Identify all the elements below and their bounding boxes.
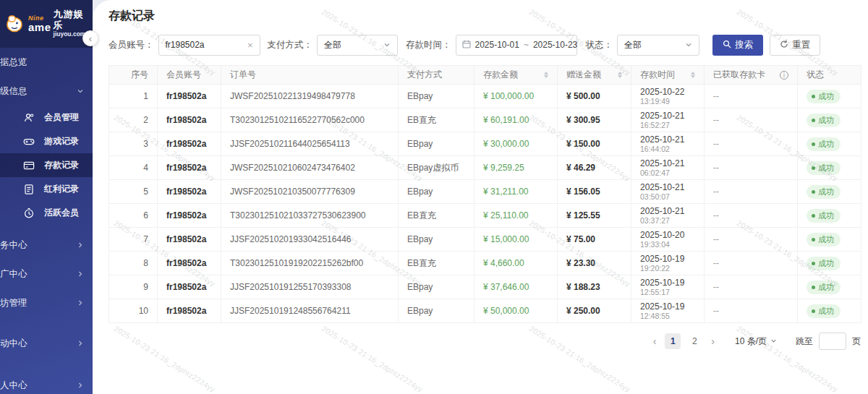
logo-wordmark: Nine ame (28, 15, 51, 33)
cell-payment-method: EB直充 (399, 252, 475, 275)
sidebar-item-label: 人中心 (0, 380, 27, 392)
cell-account: fr198502a (158, 228, 221, 252)
sidebar-item-active-members[interactable]: 活跃会员 (0, 201, 93, 225)
cell-deposit-amount: ¥ 50,000.00 (475, 299, 558, 323)
sidebar-item-label: 坊管理 (0, 297, 27, 309)
deposit-time-filter-label: 存款时间： (406, 39, 451, 51)
date-range-end: 2025-10-23 (533, 40, 577, 50)
cell-bonus-amount: ¥ 150.00 (558, 132, 631, 156)
cell-index: 8 (109, 252, 158, 275)
table-row: 1fr198502aJWSF202510221319498479778EBpay… (109, 85, 861, 108)
sidebar-item-activity-center[interactable]: 动中心 (0, 329, 93, 358)
col-header-time[interactable]: 存款时间 (631, 66, 705, 85)
cell-deposit-card: -- (705, 275, 798, 299)
sidebar-item-finance-center[interactable]: 务中心 (0, 231, 93, 260)
logo-chinese-name: 九游娱乐 (54, 9, 90, 31)
sidebar-item-member-mgmt[interactable]: 会员管理 (0, 106, 93, 129)
search-button[interactable]: 搜索 (712, 35, 763, 56)
chevron-right-icon (77, 299, 84, 307)
cell-deposit-card: -- (705, 204, 798, 228)
reset-button[interactable]: 重置 (770, 35, 820, 56)
cell-account: fr198502a (158, 85, 221, 108)
cell-order-number: JJSF202510191248556764211 (221, 299, 399, 323)
cell-index: 5 (109, 180, 158, 204)
cell-bonus-amount: ¥ 500.00 (558, 85, 631, 108)
status-dot-icon (812, 286, 815, 289)
prev-page-button[interactable]: ‹ (650, 335, 660, 347)
cell-bonus-amount: ¥ 156.05 (558, 180, 631, 204)
status-badge: 成功 (807, 137, 841, 151)
cell-index: 2 (109, 108, 158, 132)
col-header-status: 状态 (798, 66, 861, 85)
chevron-right-icon (77, 340, 84, 347)
page-size-select[interactable]: 10 条/页 (735, 335, 777, 348)
cell-bonus-amount: ¥ 300.95 (558, 108, 631, 132)
account-input[interactable]: fr198502a × (158, 35, 260, 56)
sidebar-item-label: 红利记录 (44, 183, 79, 195)
sidebar-item-personal-center[interactable]: 人中心 (0, 371, 93, 394)
sidebar-item-agent-info[interactable]: 级信息 (0, 77, 93, 106)
cell-index: 7 (109, 228, 158, 252)
cell-payment-method: EBpay (399, 180, 475, 204)
cell-deposit-amount: ¥ 31,211.00 (475, 180, 558, 204)
card-icon (23, 160, 35, 171)
cell-deposit-time: 2025-10-2103:37:27 (631, 204, 705, 228)
sidebar-item-deposit-records[interactable]: 存款记录 (0, 153, 93, 177)
filter-bar: 会员账号： fr198502a × 支付方式： 全部 存款时间： 2025-10… (109, 34, 861, 56)
info-icon[interactable]: i (780, 71, 788, 80)
cell-bonus-amount: ¥ 250.00 (558, 299, 631, 323)
cell-deposit-time: 2025-10-1919:20:22 (631, 252, 705, 275)
cell-payment-method: EBpay (399, 85, 475, 108)
status-badge: 成功 (807, 114, 841, 127)
chevron-right-icon (77, 270, 84, 278)
sidebar-item-label: 游戏记录 (44, 135, 79, 147)
page-button-2[interactable]: 2 (686, 333, 702, 349)
cell-order-number: JWSF202510210602473476402 (221, 156, 399, 180)
payment-filter-label: 支付方式： (268, 39, 313, 51)
sidebar-collapse-button[interactable]: ‹ (82, 30, 98, 46)
sidebar-item-overview[interactable]: 据总览 (0, 48, 93, 77)
cell-bonus-amount: ¥ 23.30 (558, 252, 631, 275)
sidebar-item-promo-center[interactable]: 广中心 (0, 260, 93, 288)
logo[interactable]: Nine ame 九游娱乐 jiuyou.com (0, 0, 93, 48)
payment-method-select[interactable]: 全部 (317, 35, 398, 56)
col-header-order: 订单号 (221, 66, 399, 85)
col-header-bonus[interactable]: 赠送金额 (558, 66, 631, 85)
deposit-records-table: 序号 会员账号 订单号 支付方式 存款金额 赠送金额 (109, 65, 861, 323)
cell-status: 成功 (798, 156, 861, 180)
status-dot-icon (812, 166, 815, 170)
table-header-row: 序号 会员账号 订单号 支付方式 存款金额 赠送金额 (109, 66, 861, 85)
clear-input-icon[interactable]: × (247, 40, 253, 51)
cell-status: 成功 (798, 252, 861, 275)
status-dot-icon (812, 119, 815, 122)
table-body: 1fr198502aJWSF202510221319498479778EBpay… (109, 85, 861, 323)
mascot-logo-icon (4, 13, 26, 35)
status-filter-label: 状态： (586, 39, 613, 51)
next-page-button[interactable]: › (708, 335, 718, 347)
sidebar-item-bonus-records[interactable]: 红利记录 (0, 177, 93, 201)
jump-page-input[interactable] (819, 333, 846, 350)
page-root: Nine ame 九游娱乐 jiuyou.com 据总览级信息会员管理游戏记录存… (0, 0, 868, 394)
cell-deposit-card: -- (705, 132, 798, 156)
cell-deposit-card: -- (705, 252, 798, 275)
sidebar-item-shop-mgmt[interactable]: 坊管理 (0, 288, 93, 317)
cell-bonus-amount: ¥ 188.23 (558, 275, 631, 299)
table-row: 2fr198502aT30230125102116522770562c000EB… (109, 108, 861, 132)
cell-index: 10 (109, 299, 158, 323)
page-button-1[interactable]: 1 (665, 333, 681, 349)
col-header-amount[interactable]: 存款金额 (475, 66, 558, 85)
sort-icon[interactable] (544, 72, 548, 78)
sort-icon[interactable] (618, 72, 622, 78)
sidebar-item-label: 活跃会员 (44, 207, 79, 219)
cell-payment-method: EBpay虚拟币 (399, 156, 475, 180)
sidebar-item-game-records[interactable]: 游戏记录 (0, 129, 93, 153)
cell-payment-method: EBpay (399, 275, 475, 299)
status-select[interactable]: 全部 (617, 35, 699, 56)
sort-icon[interactable] (691, 72, 695, 78)
cell-status: 成功 (798, 132, 861, 156)
cell-deposit-time: 2025-10-2116:52:27 (631, 108, 705, 132)
chevron-down-icon (383, 41, 391, 48)
cell-order-number: JJSF202510201933042516446 (221, 228, 399, 252)
cell-account: fr198502a (158, 156, 221, 180)
date-range-picker[interactable]: 2025-10-01 ~ 2025-10-23 (456, 35, 577, 56)
